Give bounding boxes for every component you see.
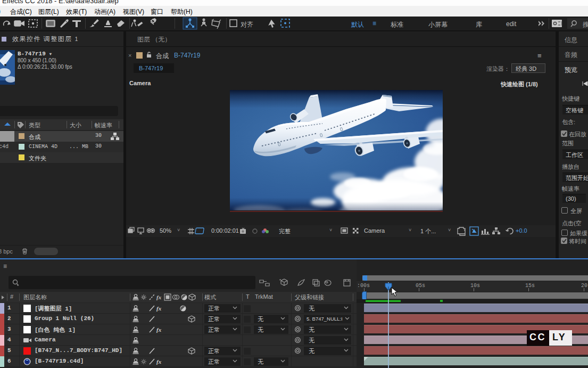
svg-text:无: 无 [309,326,314,333]
svg-text:fx: fx [156,294,162,300]
svg-text:无: 无 [258,358,263,365]
svg-text:无: 无 [258,326,263,333]
svg-text:正常: 正常 [208,348,220,354]
svg-text:fx: fx [156,326,162,333]
svg-text:无: 无 [309,305,314,312]
svg-text:正常: 正常 [208,305,220,312]
svg-text:无: 无 [258,316,263,322]
svg-text:fx: fx [156,358,162,365]
svg-text:无: 无 [309,348,314,354]
svg-text:5. B747_NULL:I: 5. B747_NULL:I [307,316,343,322]
svg-text:正常: 正常 [208,326,220,333]
svg-text:正常: 正常 [208,316,220,322]
svg-text:无: 无 [309,337,314,344]
svg-text:正常: 正常 [208,358,220,365]
svg-text:fx: fx [156,305,162,312]
